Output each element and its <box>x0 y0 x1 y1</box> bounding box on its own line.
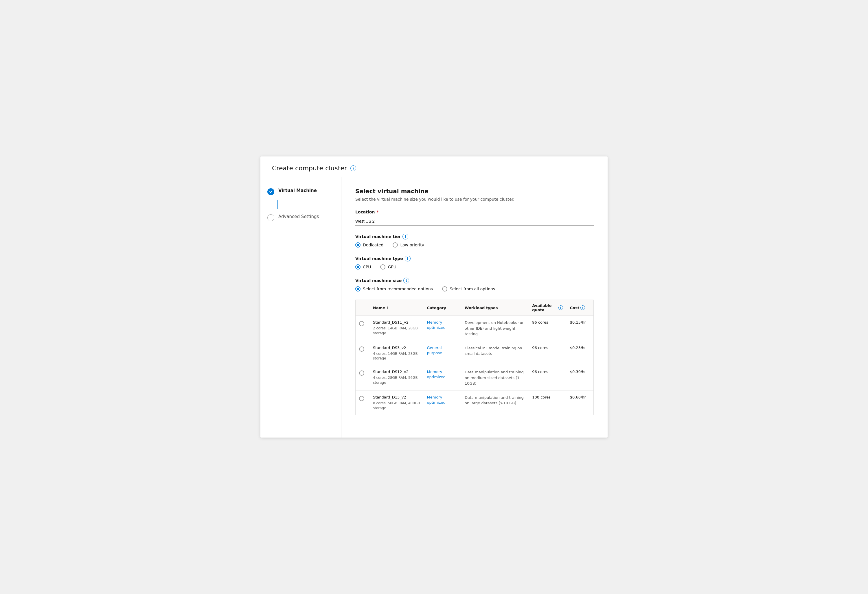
recommended-radio[interactable] <box>355 286 360 292</box>
row4-category: Memory optimized <box>424 395 462 405</box>
step-indicator-completed <box>267 188 274 195</box>
vm-size-section: Virtual machine size ℹ Select from recom… <box>355 278 594 292</box>
dedicated-radio[interactable] <box>355 242 360 248</box>
row1-category-link[interactable]: Memory optimized <box>427 320 446 330</box>
content-area: Virtual Machine Advanced Settings Select… <box>260 177 608 438</box>
low-priority-label: Low priority <box>400 243 424 247</box>
vm-size-radio-group: Select from recommended options Select f… <box>355 286 594 292</box>
th-radio <box>356 304 369 312</box>
vm-type-radio-group: CPU GPU <box>355 264 594 270</box>
row2-workload: Classical ML model training on small dat… <box>461 345 528 357</box>
recommended-option[interactable]: Select from recommended options <box>355 286 433 292</box>
table-row[interactable]: Standard_DS12_v2 4 cores, 28GB RAM, 56GB… <box>356 365 593 391</box>
dedicated-option[interactable]: Dedicated <box>355 242 383 248</box>
title-bar: Create compute cluster ℹ <box>260 156 608 177</box>
location-input[interactable] <box>355 217 594 226</box>
table-header: Name ↑ Category Workload types Available… <box>356 300 593 316</box>
quota-info-icon[interactable]: ℹ <box>558 305 563 310</box>
row1-radio-cell[interactable] <box>356 320 369 326</box>
row2-category: General purpose <box>424 345 462 356</box>
row4-radio[interactable] <box>359 396 364 401</box>
gpu-radio[interactable] <box>380 264 385 270</box>
step-indicator-inactive <box>267 214 274 221</box>
row2-radio-cell[interactable] <box>356 345 369 352</box>
vm-type-label: Virtual machine type ℹ <box>355 256 594 261</box>
vm-size-info-icon[interactable]: ℹ <box>403 278 409 283</box>
row3-category-link[interactable]: Memory optimized <box>427 370 446 379</box>
gpu-label: GPU <box>388 265 396 269</box>
row1-quota: 96 cores <box>528 320 567 325</box>
row1-name: Standard_DS11_v2 2 cores, 14GB RAM, 28GB… <box>369 320 424 336</box>
row2-name: Standard_DS3_v2 4 cores, 14GB RAM, 28GB … <box>369 345 424 361</box>
window-title: Create compute cluster <box>272 165 347 172</box>
row2-cost: $0.23/hr <box>567 345 593 351</box>
row4-workload: Data manipulation and training on large … <box>461 395 528 406</box>
sidebar-label-advanced-settings: Advanced Settings <box>278 214 319 220</box>
title-info-icon[interactable]: ℹ <box>350 165 356 171</box>
sidebar-label-virtual-machine: Virtual Machine <box>278 188 317 194</box>
row1-category: Memory optimized <box>424 320 462 330</box>
row3-radio[interactable] <box>359 370 364 376</box>
all-options-option[interactable]: Select from all options <box>442 286 495 292</box>
row4-radio-cell[interactable] <box>356 395 369 401</box>
required-star: * <box>376 210 378 214</box>
cpu-label: CPU <box>363 265 371 269</box>
table-row[interactable]: Standard_DS11_v2 2 cores, 14GB RAM, 28GB… <box>356 316 593 341</box>
checkmark-icon <box>269 190 273 193</box>
table-row[interactable]: Standard_D13_v2 8 cores, 56GB RAM, 400GB… <box>356 391 593 415</box>
cpu-option[interactable]: CPU <box>355 264 371 270</box>
th-quota: Available quota ℹ <box>528 304 567 312</box>
th-category: Category <box>424 304 462 312</box>
vm-tier-section: Virtual machine tier ℹ Dedicated Low pri… <box>355 234 594 248</box>
row1-workload: Development on Notebooks (or other IDE) … <box>461 320 528 337</box>
section-title: Select virtual machine <box>355 188 594 195</box>
recommended-label: Select from recommended options <box>363 287 433 291</box>
cost-info-icon[interactable]: ℹ <box>580 305 585 310</box>
all-options-label: Select from all options <box>450 287 495 291</box>
main-content: Select virtual machine Select the virtua… <box>341 177 608 438</box>
location-label: Location * <box>355 210 594 214</box>
row3-name: Standard_DS12_v2 4 cores, 28GB RAM, 56GB… <box>369 369 424 385</box>
th-workload: Workload types <box>461 304 528 312</box>
row3-workload: Data manipulation and training on medium… <box>461 369 528 386</box>
row4-category-link[interactable]: Memory optimized <box>427 395 446 405</box>
vm-tier-info-icon[interactable]: ℹ <box>403 234 408 239</box>
main-window: Create compute cluster ℹ Virtual Machine… <box>260 156 608 438</box>
th-cost: Cost ℹ <box>567 304 593 312</box>
row2-category-link[interactable]: General purpose <box>427 346 442 355</box>
vm-tier-radio-group: Dedicated Low priority <box>355 242 594 248</box>
low-priority-option[interactable]: Low priority <box>393 242 424 248</box>
vm-type-section: Virtual machine type ℹ CPU GPU <box>355 256 594 270</box>
row3-radio-cell[interactable] <box>356 369 369 376</box>
th-name[interactable]: Name ↑ <box>369 304 424 312</box>
row1-radio[interactable] <box>359 321 364 326</box>
step-connector <box>278 200 278 209</box>
row4-cost: $0.60/hr <box>567 395 593 400</box>
all-options-radio[interactable] <box>442 286 447 292</box>
row2-quota: 96 cores <box>528 345 567 351</box>
vm-table: Name ↑ Category Workload types Available… <box>355 299 594 415</box>
sidebar: Virtual Machine Advanced Settings <box>260 177 341 438</box>
gpu-option[interactable]: GPU <box>380 264 396 270</box>
vm-tier-label: Virtual machine tier ℹ <box>355 234 594 239</box>
vm-type-info-icon[interactable]: ℹ <box>405 256 410 261</box>
vm-size-label: Virtual machine size ℹ <box>355 278 594 283</box>
row2-radio[interactable] <box>359 346 364 352</box>
table-row[interactable]: Standard_DS3_v2 4 cores, 14GB RAM, 28GB … <box>356 341 593 366</box>
row3-cost: $0.30/hr <box>567 369 593 374</box>
sidebar-item-virtual-machine[interactable]: Virtual Machine <box>267 188 334 195</box>
sidebar-item-advanced-settings[interactable]: Advanced Settings <box>267 214 334 221</box>
row4-quota: 100 cores <box>528 395 567 400</box>
sort-arrow-icon: ↑ <box>386 306 389 310</box>
row1-cost: $0.15/hr <box>567 320 593 325</box>
section-desc: Select the virtual machine size you woul… <box>355 197 594 202</box>
row3-quota: 96 cores <box>528 369 567 374</box>
dedicated-label: Dedicated <box>363 243 383 247</box>
cpu-radio[interactable] <box>355 264 360 270</box>
row4-name: Standard_D13_v2 8 cores, 56GB RAM, 400GB… <box>369 395 424 411</box>
row3-category: Memory optimized <box>424 369 462 380</box>
low-priority-radio[interactable] <box>393 242 398 248</box>
